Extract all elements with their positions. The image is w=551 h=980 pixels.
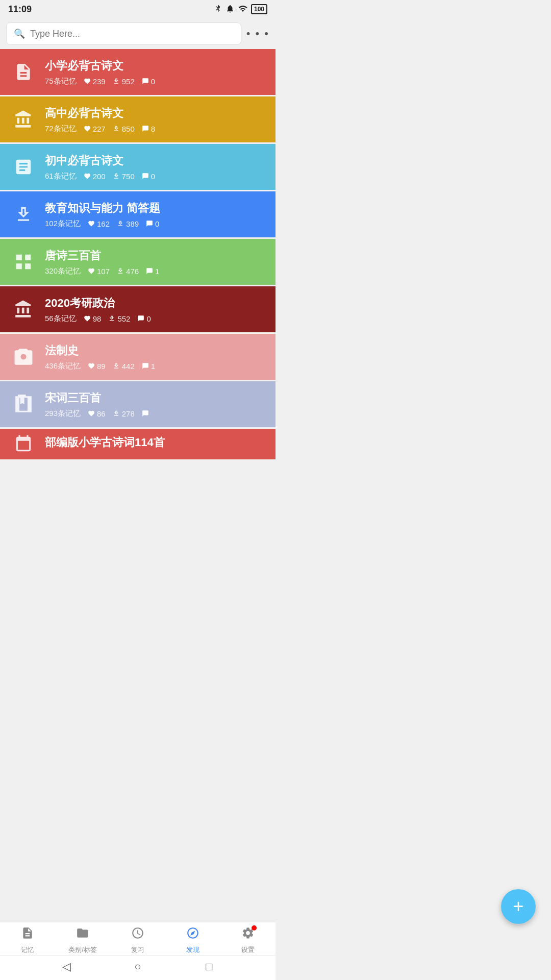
- card-count: 320条记忆: [45, 266, 81, 276]
- card-count: 75条记忆: [45, 77, 77, 86]
- card-downloads: 850: [113, 125, 135, 133]
- card-list: 小学必背古诗文 75条记忆 239 952 0 高中必背古诗文: [0, 49, 276, 461]
- card-count: 293条记忆: [45, 409, 81, 419]
- card-icon: [9, 390, 38, 419]
- card-title: 宋词三百首: [45, 390, 266, 406]
- card-content: 教育知识与能力 简答题 102条记忆 162 389 0: [45, 201, 266, 229]
- notification-icon: [226, 4, 235, 15]
- card-content: 宋词三百首 293条记忆 86 278: [45, 390, 266, 419]
- card-downloads: 389: [117, 219, 139, 228]
- card-content: 2020考研政治 56条记忆 98 552 0: [45, 296, 266, 324]
- card-title: 部编版小学古诗词114首: [45, 435, 266, 450]
- card-title: 教育知识与能力 简答题: [45, 201, 266, 216]
- list-item[interactable]: 2020考研政治 56条记忆 98 552 0: [0, 286, 276, 332]
- card-count: 56条记忆: [45, 314, 77, 324]
- card-comments: 1: [142, 362, 155, 371]
- status-bar: 11:09 100: [0, 0, 276, 18]
- search-icon: 🔍: [14, 28, 25, 39]
- card-downloads: 476: [117, 267, 139, 276]
- card-icon: [9, 105, 38, 134]
- card-icon: [9, 200, 38, 229]
- card-title: 高中必背古诗文: [45, 106, 266, 121]
- card-title: 初中必背古诗文: [45, 153, 266, 168]
- card-title: 法制史: [45, 343, 266, 358]
- card-likes: 107: [88, 267, 110, 276]
- wifi-icon: [238, 4, 248, 15]
- card-meta: 102条记忆 162 389 0: [45, 219, 266, 229]
- card-meta: 61条记忆 200 750 0: [45, 172, 266, 181]
- card-meta: 75条记忆 239 952 0: [45, 77, 266, 86]
- card-downloads: 278: [113, 409, 135, 418]
- card-comments: 8: [142, 125, 155, 133]
- card-count: 436条记忆: [45, 361, 81, 371]
- card-title: 小学必背古诗文: [45, 58, 266, 74]
- card-icon: [9, 248, 38, 276]
- card-likes: 227: [84, 125, 106, 133]
- search-input[interactable]: [30, 29, 234, 39]
- list-item[interactable]: 高中必背古诗文 72条记忆 227 850 8: [0, 96, 276, 142]
- card-content: 小学必背古诗文 75条记忆 239 952 0: [45, 58, 266, 86]
- list-item[interactable]: 初中必背古诗文 61条记忆 200 750 0: [0, 144, 276, 190]
- card-comments: 0: [142, 172, 155, 181]
- card-icon: [9, 58, 38, 86]
- status-time: 11:09: [8, 4, 32, 15]
- list-item[interactable]: 法制史 436条记忆 89 442 1: [0, 334, 276, 380]
- list-item[interactable]: 唐诗三百首 320条记忆 107 476 1: [0, 239, 276, 285]
- search-bar: 🔍 • • •: [0, 18, 276, 49]
- list-item[interactable]: 小学必背古诗文 75条记忆 239 952 0: [0, 49, 276, 95]
- card-likes: 89: [88, 362, 106, 371]
- card-meta: 320条记忆 107 476 1: [45, 266, 266, 276]
- card-likes: 239: [84, 77, 106, 86]
- status-icons: 100: [213, 4, 267, 15]
- card-likes: 98: [84, 314, 102, 323]
- card-count: 72条记忆: [45, 124, 77, 134]
- card-count: 102条记忆: [45, 219, 81, 229]
- bluetooth-icon: [213, 4, 222, 15]
- search-input-wrapper[interactable]: 🔍: [6, 22, 241, 45]
- card-meta: 293条记忆 86 278: [45, 409, 266, 419]
- card-meta: 72条记忆 227 850 8: [45, 124, 266, 134]
- card-content: 法制史 436条记忆 89 442 1: [45, 343, 266, 371]
- card-icon: [9, 430, 38, 458]
- card-likes: 200: [84, 172, 106, 181]
- card-meta: 436条记忆 89 442 1: [45, 361, 266, 371]
- card-title: 2020考研政治: [45, 296, 266, 311]
- card-comments: 0: [137, 314, 151, 323]
- card-comments: 1: [146, 267, 159, 276]
- list-item[interactable]: 部编版小学古诗词114首: [0, 429, 276, 459]
- card-comments: [142, 410, 149, 417]
- card-title: 唐诗三百首: [45, 248, 266, 263]
- card-icon: [9, 342, 38, 371]
- card-content: 初中必背古诗文 61条记忆 200 750 0: [45, 153, 266, 181]
- card-likes: 86: [88, 409, 106, 418]
- list-item[interactable]: 宋词三百首 293条记忆 86 278: [0, 381, 276, 427]
- card-content: 高中必背古诗文 72条记忆 227 850 8: [45, 106, 266, 134]
- card-content: 部编版小学古诗词114首: [45, 435, 266, 453]
- card-downloads: 442: [113, 362, 135, 371]
- card-downloads: 750: [113, 172, 135, 181]
- battery-icon: 100: [251, 4, 267, 14]
- card-likes: 162: [88, 219, 110, 228]
- card-content: 唐诗三百首 320条记忆 107 476 1: [45, 248, 266, 276]
- card-icon: [9, 153, 38, 181]
- card-downloads: 552: [108, 314, 130, 323]
- card-count: 61条记忆: [45, 172, 77, 181]
- card-downloads: 952: [113, 77, 135, 86]
- card-comments: 0: [142, 77, 155, 86]
- card-icon: [9, 295, 38, 324]
- more-options-button[interactable]: • • •: [246, 27, 269, 40]
- list-item[interactable]: 教育知识与能力 简答题 102条记忆 162 389 0: [0, 191, 276, 237]
- card-comments: 0: [146, 219, 159, 228]
- card-meta: 56条记忆 98 552 0: [45, 314, 266, 324]
